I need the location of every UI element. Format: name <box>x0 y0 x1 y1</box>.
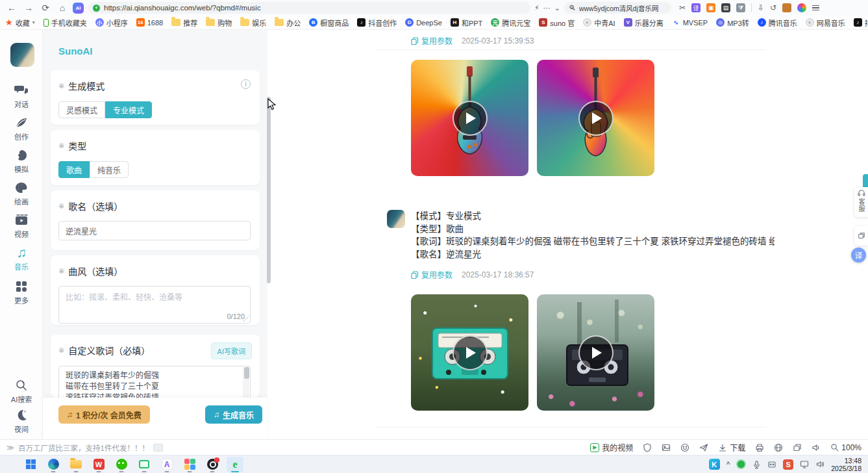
mode-option-inspiration[interactable]: 灵感模式 <box>58 101 105 118</box>
play-button[interactable] <box>578 101 614 136</box>
image-icon[interactable] <box>662 443 671 452</box>
bookmark-item[interactable]: 推荐 <box>171 18 197 28</box>
multi-window-icon[interactable] <box>793 443 802 452</box>
type-option-instrumental[interactable]: 纯音乐 <box>90 161 129 178</box>
extensions-icon[interactable]: ⧩ <box>736 3 745 12</box>
resize-handle-icon[interactable] <box>243 316 249 322</box>
bookmark-item[interactable]: 娱乐 <box>240 18 266 28</box>
chevron-down-icon[interactable]: ⌄ <box>554 4 560 12</box>
song-name-input[interactable] <box>58 221 251 240</box>
bookmark-item[interactable]: 161688 <box>136 18 163 27</box>
reading-mode-icon[interactable]: ▤ <box>721 3 730 12</box>
history-undo-icon[interactable]: ↺ <box>770 3 776 12</box>
bookmark-item[interactable]: 手机收藏夹 <box>43 18 87 28</box>
network-monitor-icon[interactable] <box>800 460 809 468</box>
download-icon[interactable]: ⇩ <box>758 3 764 12</box>
s-tray-icon[interactable]: S <box>783 459 793 470</box>
volume-icon[interactable] <box>815 460 825 468</box>
panel-scrollbar[interactable] <box>267 67 271 418</box>
ai-app-icon[interactable]: A <box>158 457 175 472</box>
bookmark-item[interactable]: ∿MVSEP <box>672 18 708 27</box>
more-dots-icon[interactable]: ⋯ <box>543 4 551 12</box>
bookmark-item[interactable]: ◎MP3转 <box>716 18 749 28</box>
sidebar-item-create[interactable]: 创作 <box>0 116 43 142</box>
microphone-icon[interactable] <box>752 460 761 469</box>
reuse-params-link[interactable]: 复用参数 <box>411 35 453 46</box>
album-cover-guitar-2[interactable] <box>537 60 654 176</box>
game-center-icon[interactable]: ▣ <box>706 3 715 12</box>
bookmark-item[interactable]: ◐中青AI <box>583 18 615 28</box>
screenshot-app-icon[interactable] <box>136 457 153 472</box>
panel-scroll-thumb[interactable] <box>267 97 271 283</box>
browser-menu-icon[interactable] <box>812 5 819 11</box>
reuse-params-link[interactable]: 复用参数 <box>411 269 453 280</box>
edge-app-icon[interactable] <box>45 457 62 472</box>
browser-app-icon-active[interactable]: e <box>227 457 243 472</box>
bookmark-item[interactable]: Ssuno 官 <box>539 18 575 28</box>
bookmark-item[interactable]: 购物 <box>206 18 232 28</box>
speaker-icon[interactable] <box>812 443 821 452</box>
mini-window-widget[interactable] <box>854 226 868 246</box>
suite-app-icon[interactable] <box>181 457 198 472</box>
album-cover-cassette-2[interactable] <box>537 294 654 411</box>
bookmark-item[interactable]: 办公 <box>275 18 301 28</box>
obs-app-icon[interactable] <box>204 457 221 472</box>
coin-tray-icon[interactable] <box>736 459 746 469</box>
bookmark-item[interactable]: B橱窗商品 <box>309 18 349 28</box>
forward-icon[interactable]: → <box>22 1 35 14</box>
wechat-app-icon[interactable] <box>113 457 130 472</box>
workspace-icon[interactable] <box>782 3 791 12</box>
mode-option-professional[interactable]: 专业模式 <box>105 101 152 118</box>
remote-device-icon[interactable] <box>767 461 776 468</box>
download-button[interactable]: 下载 <box>718 442 745 453</box>
bookmark-item[interactable]: H和PPT <box>451 18 482 28</box>
sidebar-item-chat[interactable]: 对话 <box>0 83 43 109</box>
bookmark-item[interactable]: ★收藏▾ <box>5 18 35 28</box>
back-icon[interactable]: ← <box>5 1 18 14</box>
kuaishou-tray-icon[interactable]: K <box>709 459 720 470</box>
user-avatar[interactable] <box>10 43 34 67</box>
play-button[interactable] <box>453 335 488 370</box>
start-button[interactable] <box>22 457 39 472</box>
style-input[interactable] <box>59 287 250 323</box>
bookmark-item[interactable]: DDeepSe <box>405 18 442 27</box>
ai-write-lyrics-button[interactable]: AI写歌词 <box>211 342 252 359</box>
lyrics-input[interactable]: 斑驳的课桌刻着年少的倔强 磁带在书包里转了三十个夏 滚铁环穿过弄堂褪色的砖墙 <box>58 366 251 400</box>
profile-avatar-icon[interactable] <box>797 3 806 12</box>
bookmark-item[interactable]: ♪腾讯音乐 <box>758 18 797 28</box>
bookmark-item[interactable]: ◐网易音乐 <box>806 18 845 28</box>
customer-service-widget[interactable]: 客服 <box>854 187 868 217</box>
sidebar-item-simulate[interactable]: 模拟 <box>0 148 43 174</box>
sidebar-item-paint[interactable]: 绘画 <box>0 181 43 207</box>
wps-app-icon[interactable]: W <box>90 457 107 472</box>
sidebar-item-ai-search[interactable]: AI搜索 <box>0 378 43 404</box>
sidebar-item-video[interactable]: 视频 <box>0 213 43 239</box>
screenshot-scissors-icon[interactable]: ✂ <box>679 3 686 12</box>
translate-extension-icon[interactable]: 译 <box>691 3 701 12</box>
sidebar-item-night-mode[interactable]: 夜间 <box>0 408 43 434</box>
sidebar-item-more[interactable]: 更多 <box>0 279 43 305</box>
tray-clock[interactable]: 13:48 2025/3/18 <box>831 457 862 472</box>
bookmark-item[interactable]: 元腾讯元宝 <box>491 18 530 28</box>
promo-bar[interactable]: ≫ 百万工厂货比三家，支持1件代发！！！ <box>6 442 163 453</box>
bookmark-item[interactable]: V乐器分离 <box>624 18 663 28</box>
bookmark-item[interactable]: 小小程序 <box>95 18 128 28</box>
generate-music-button[interactable]: ♫生成音乐 <box>205 405 262 424</box>
album-cover-cassette-1[interactable] <box>411 294 528 411</box>
home-icon[interactable]: ⌂ <box>56 1 69 14</box>
translate-fab[interactable]: 译 <box>851 248 866 262</box>
send-icon[interactable] <box>699 443 708 452</box>
info-icon[interactable]: i <box>241 79 251 89</box>
address-bar[interactable]: + https://ai.qianshouaigc.com/web/?qbmd#… <box>88 2 530 14</box>
lyrics-scroll-thumb[interactable] <box>244 367 249 379</box>
collapse-icon[interactable]: ≫ <box>6 443 14 452</box>
bookmark-item[interactable]: ♪抖音创作 <box>357 18 397 28</box>
ie-compat-icon[interactable] <box>774 443 783 452</box>
search-box[interactable]: 🔍︎ www5ydjcom清风dj音乐网 <box>564 2 671 14</box>
play-button[interactable] <box>453 101 488 136</box>
reload-icon[interactable]: ⟳ <box>39 1 52 14</box>
tray-expand-icon[interactable]: ^ <box>726 460 730 469</box>
bookmark-item[interactable]: ♪抖音音乐 <box>854 18 868 28</box>
type-option-song[interactable]: 歌曲 <box>58 161 90 178</box>
printer-icon[interactable] <box>755 443 764 452</box>
